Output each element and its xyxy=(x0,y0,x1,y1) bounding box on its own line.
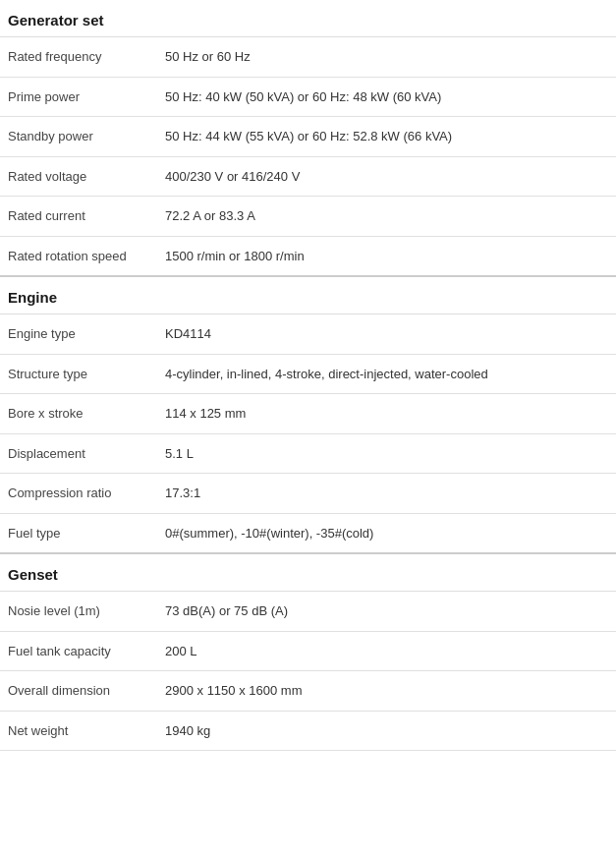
section-header-generator-set: Generator set xyxy=(0,0,616,37)
spec-label: Rated voltage xyxy=(0,156,157,197)
spec-label: Engine type xyxy=(0,314,157,355)
spec-label: Compression ratio xyxy=(0,474,157,514)
spec-label: Fuel type xyxy=(0,513,157,553)
spec-value: 50 Hz: 40 kW (50 kVA) or 60 Hz: 48 kW (6… xyxy=(157,77,616,117)
spec-value: 17.3:1 xyxy=(157,474,616,514)
table-row: Nosie level (1m) 73 dB(A) or 75 dB (A) xyxy=(0,592,616,632)
table-row: Net weight 1940 kg xyxy=(0,711,616,751)
spec-value: 4-cylinder, in-lined, 4-stroke, direct-i… xyxy=(157,354,616,394)
spec-value: 2900 x 1150 x 1600 mm xyxy=(157,671,616,712)
table-row: Displacement 5.1 L xyxy=(0,433,616,474)
spec-value: 50 Hz or 60 Hz xyxy=(157,37,616,78)
spec-value: 73 dB(A) or 75 dB (A) xyxy=(157,592,616,632)
spec-value: 1940 kg xyxy=(157,711,616,751)
table-row: Fuel tank capacity 200 L xyxy=(0,631,616,671)
table-row: Engine type KD4114 xyxy=(0,314,616,355)
spec-label: Bore x stroke xyxy=(0,394,157,434)
table-row: Structure type 4-cylinder, in-lined, 4-s… xyxy=(0,354,616,394)
spec-value: 72.2 A or 83.3 A xyxy=(157,197,616,237)
spec-value: 1500 r/min or 1800 r/min xyxy=(157,236,616,276)
table-row: Rated current 72.2 A or 83.3 A xyxy=(0,197,616,237)
spec-value: 200 L xyxy=(157,631,616,671)
spec-label: Nosie level (1m) xyxy=(0,592,157,632)
table-row: Rated frequency 50 Hz or 60 Hz xyxy=(0,37,616,78)
spec-value: 5.1 L xyxy=(157,433,616,474)
section-title: Engine xyxy=(0,276,616,314)
table-row: Rated rotation speed 1500 r/min or 1800 … xyxy=(0,236,616,276)
table-row: Compression ratio 17.3:1 xyxy=(0,474,616,514)
spec-value: KD4114 xyxy=(157,314,616,355)
spec-label: Prime power xyxy=(0,77,157,117)
table-row: Fuel type 0#(summer), -10#(winter), -35#… xyxy=(0,513,616,553)
spec-label: Standby power xyxy=(0,117,157,157)
spec-label: Structure type xyxy=(0,354,157,394)
section-title: Genset xyxy=(0,553,616,592)
spec-label: Displacement xyxy=(0,433,157,474)
section-title: Generator set xyxy=(0,0,616,37)
spec-label: Fuel tank capacity xyxy=(0,631,157,671)
spec-value: 0#(summer), -10#(winter), -35#(cold) xyxy=(157,513,616,553)
spec-value: 400/230 V or 416/240 V xyxy=(157,156,616,197)
table-row: Overall dimension 2900 x 1150 x 1600 mm xyxy=(0,671,616,712)
table-row: Rated voltage 400/230 V or 416/240 V xyxy=(0,156,616,197)
section-header-engine: Engine xyxy=(0,276,616,314)
spec-label: Overall dimension xyxy=(0,671,157,712)
spec-value: 50 Hz: 44 kW (55 kVA) or 60 Hz: 52.8 kW … xyxy=(157,117,616,157)
specs-table: Generator set Rated frequency 50 Hz or 6… xyxy=(0,0,616,751)
spec-label: Net weight xyxy=(0,711,157,751)
section-header-genset: Genset xyxy=(0,553,616,592)
table-row: Standby power 50 Hz: 44 kW (55 kVA) or 6… xyxy=(0,117,616,157)
spec-label: Rated frequency xyxy=(0,37,157,78)
table-row: Prime power 50 Hz: 40 kW (50 kVA) or 60 … xyxy=(0,77,616,117)
spec-value: 114 x 125 mm xyxy=(157,394,616,434)
table-row: Bore x stroke 114 x 125 mm xyxy=(0,394,616,434)
spec-label: Rated rotation speed xyxy=(0,236,157,276)
spec-label: Rated current xyxy=(0,197,157,237)
